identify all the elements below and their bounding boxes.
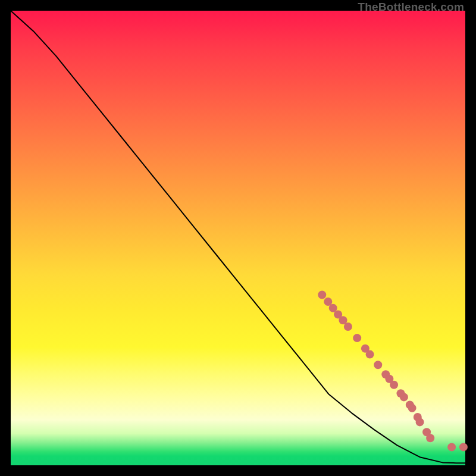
- data-marker: [374, 361, 382, 369]
- data-marker: [400, 393, 408, 401]
- chart-overlay-svg: [11, 11, 465, 465]
- data-marker: [416, 418, 424, 426]
- data-marker: [366, 350, 374, 359]
- data-marker: [426, 434, 434, 442]
- data-marker: [344, 322, 352, 331]
- data-marker: [390, 381, 398, 389]
- chart-frame: TheBottleneck.com: [0, 0, 476, 476]
- data-marker: [408, 404, 416, 412]
- data-marker: [447, 443, 456, 451]
- data-marker: [353, 334, 361, 342]
- chart-markers: [318, 291, 468, 452]
- data-marker: [318, 291, 326, 299]
- data-marker: [459, 443, 468, 451]
